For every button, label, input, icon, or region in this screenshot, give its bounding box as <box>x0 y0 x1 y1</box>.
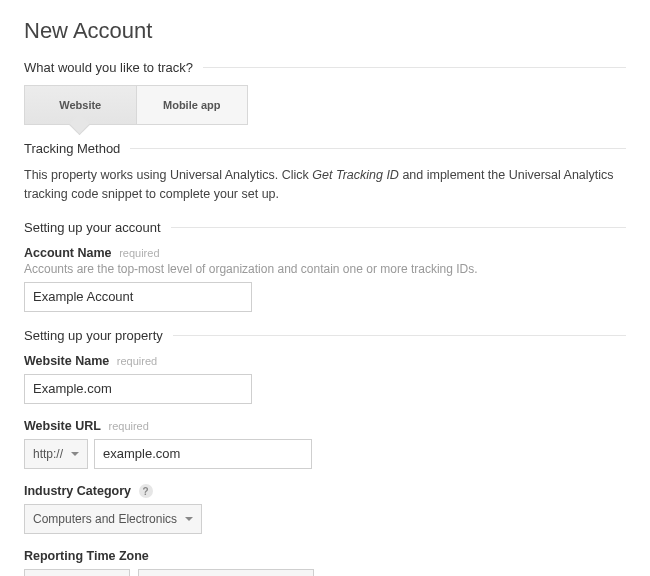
account-section-heading: Setting up your account <box>24 220 161 235</box>
website-url-input[interactable] <box>94 439 312 469</box>
property-section-head: Setting up your property <box>24 328 626 343</box>
industry-label: Industry Category <box>24 484 131 498</box>
protocol-value: http:// <box>33 447 63 461</box>
account-name-field: Account Name required Accounts are the t… <box>24 245 626 312</box>
tz-value-dropdown[interactable]: (GMT-05:00) Eastern Time <box>138 569 314 576</box>
divider <box>171 227 626 228</box>
website-name-field: Website Name required <box>24 353 626 404</box>
required-tag: required <box>117 355 157 367</box>
website-url-label: Website URL <box>24 419 101 433</box>
industry-dropdown[interactable]: Computers and Electronics <box>24 504 202 534</box>
timezone-field: Reporting Time Zone United States (GMT-0… <box>24 548 626 576</box>
website-name-label: Website Name <box>24 354 109 368</box>
page-title: New Account <box>24 18 626 44</box>
tracking-desc-pre: This property works using Universal Anal… <box>24 168 312 182</box>
tab-mobile-app[interactable]: Mobile app <box>137 86 248 124</box>
account-name-label: Account Name <box>24 246 112 260</box>
tracking-method-desc: This property works using Universal Anal… <box>24 166 626 204</box>
chevron-down-icon <box>185 517 193 521</box>
account-section-head: Setting up your account <box>24 220 626 235</box>
tracking-method-heading: Tracking Method <box>24 141 120 156</box>
track-heading: What would you like to track? <box>24 60 193 75</box>
property-section-heading: Setting up your property <box>24 328 163 343</box>
divider <box>203 67 626 68</box>
required-tag: required <box>109 420 149 432</box>
website-url-field: Website URL required http:// <box>24 418 626 469</box>
divider <box>173 335 626 336</box>
chevron-down-icon <box>71 452 79 456</box>
track-tabs: Website Mobile app <box>24 85 248 125</box>
required-tag: required <box>119 247 159 259</box>
timezone-label: Reporting Time Zone <box>24 549 149 563</box>
tracking-method-head: Tracking Method <box>24 141 626 156</box>
industry-value: Computers and Electronics <box>33 512 177 526</box>
protocol-dropdown[interactable]: http:// <box>24 439 88 469</box>
tz-country-dropdown[interactable]: United States <box>24 569 130 576</box>
account-name-help: Accounts are the top-most level of organ… <box>24 262 626 276</box>
help-icon[interactable]: ? <box>139 484 153 498</box>
industry-field: Industry Category ? Computers and Electr… <box>24 483 626 535</box>
track-section-head: What would you like to track? <box>24 60 626 75</box>
website-name-input[interactable] <box>24 374 252 404</box>
account-name-input[interactable] <box>24 282 252 312</box>
divider <box>130 148 626 149</box>
tracking-desc-em: Get Tracking ID <box>312 168 399 182</box>
tab-website[interactable]: Website <box>25 86 137 124</box>
